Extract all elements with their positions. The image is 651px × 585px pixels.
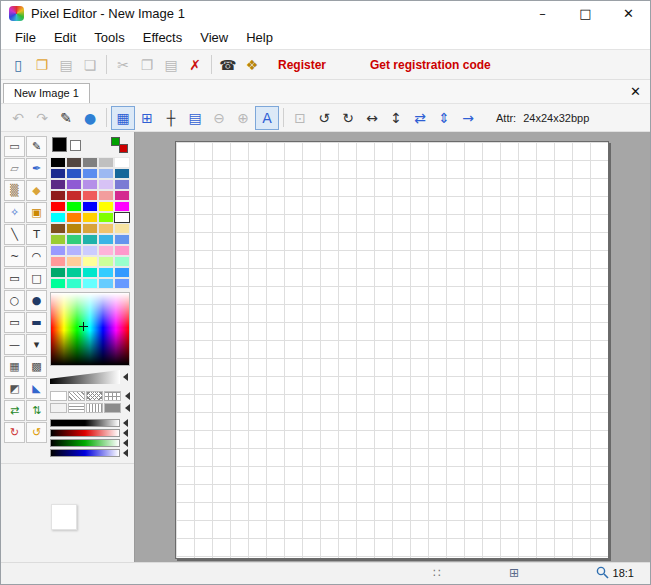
text-tool[interactable]: T [26, 224, 47, 245]
pencil-tool[interactable]: ✎ [26, 136, 47, 157]
palette-swatch[interactable] [82, 190, 98, 201]
menu-edit[interactable]: Edit [45, 27, 85, 48]
pattern-arrow-icon[interactable] [125, 404, 130, 412]
default-colors-button[interactable] [111, 137, 128, 153]
pattern-dots[interactable] [50, 403, 67, 413]
palette-swatch[interactable] [50, 267, 66, 278]
brightness-arrow-icon[interactable] [123, 373, 128, 381]
stamp-tool[interactable]: ▣ [26, 202, 47, 223]
corner-gradient-tool[interactable]: ◣ [26, 378, 47, 399]
brush-tool[interactable]: ▒ [4, 180, 25, 201]
red-ramp[interactable] [50, 429, 120, 437]
maximize-button[interactable]: □ [564, 1, 607, 25]
black-ramp[interactable] [50, 419, 120, 427]
palette-swatch[interactable] [50, 234, 66, 245]
palette-swatch[interactable] [114, 223, 130, 234]
open-button[interactable]: ❐ [30, 53, 54, 77]
blue-ramp[interactable] [50, 449, 120, 457]
flip-vertical-button[interactable]: ↕ [384, 106, 408, 130]
brightness-slider[interactable] [50, 370, 120, 384]
palette-swatch[interactable] [66, 212, 82, 223]
palette-swatch[interactable] [82, 234, 98, 245]
palette-swatch[interactable] [98, 168, 114, 179]
palette-swatch[interactable] [50, 157, 66, 168]
rectangle-tool[interactable]: ▭ [4, 268, 25, 289]
rotate-right-tool-tool[interactable]: ↻ [4, 422, 25, 443]
zoom-actual-button[interactable]: A [255, 106, 279, 130]
line-tool[interactable]: ╲ [4, 224, 25, 245]
palette-swatch[interactable] [82, 256, 98, 267]
palette-swatch[interactable] [98, 157, 114, 168]
palette-swatch[interactable] [50, 212, 66, 223]
filled-ellipse-tool[interactable]: ● [26, 290, 47, 311]
palette-swatch[interactable] [114, 201, 130, 212]
close-button[interactable]: ✕ [607, 1, 650, 25]
palette-swatch[interactable] [114, 190, 130, 201]
palette-swatch[interactable] [50, 168, 66, 179]
pattern-arrow-icon[interactable] [125, 392, 130, 400]
palette-swatch[interactable] [82, 212, 98, 223]
flip-vertical-tool-tool[interactable]: ⇅ [26, 400, 47, 421]
menu-view[interactable]: View [191, 27, 237, 48]
arc-tool[interactable]: ◠ [26, 246, 47, 267]
minimize-button[interactable]: – [521, 1, 564, 25]
palette-swatch[interactable] [50, 223, 66, 234]
tab-new-image-1[interactable]: New Image 1 [3, 83, 90, 103]
palette-swatch[interactable] [114, 278, 130, 289]
palette-swatch[interactable] [66, 168, 82, 179]
palette-swatch[interactable] [114, 179, 130, 190]
line-style-tool[interactable]: ▾ [26, 334, 47, 355]
palette-swatch[interactable] [98, 212, 114, 223]
pattern-vlines[interactable] [86, 403, 103, 413]
foreground-color-swatch[interactable] [52, 137, 67, 152]
color-picker-button[interactable]: ✎ [54, 106, 78, 130]
palette-swatch[interactable] [66, 157, 82, 168]
menu-file[interactable]: File [6, 27, 45, 48]
register-link[interactable]: Register [278, 58, 326, 72]
show-grid-button[interactable]: ▦ [111, 106, 135, 130]
palette-swatch[interactable] [50, 278, 66, 289]
register-phone-button[interactable]: ☎ [216, 53, 240, 77]
palette-swatch[interactable] [98, 201, 114, 212]
palette-swatch[interactable] [66, 190, 82, 201]
pattern-blank[interactable] [50, 391, 67, 401]
rotate-right-button[interactable]: ↻ [336, 106, 360, 130]
palette-swatch[interactable] [82, 267, 98, 278]
curve-tool[interactable]: ~ [4, 246, 25, 267]
palette-swatch[interactable] [114, 256, 130, 267]
rotate-left-button[interactable]: ↺ [312, 106, 336, 130]
red-ramp-arrow-icon[interactable] [123, 429, 128, 437]
fill-bucket-tool[interactable]: ◆ [26, 180, 47, 201]
palette-swatch[interactable] [114, 168, 130, 179]
pattern-diag[interactable] [68, 391, 85, 401]
menu-tools[interactable]: Tools [85, 27, 133, 48]
palette-swatch[interactable] [82, 223, 98, 234]
palette-swatch[interactable] [114, 267, 130, 278]
palette-swatch[interactable] [82, 201, 98, 212]
green-ramp-arrow-icon[interactable] [123, 439, 128, 447]
palette-swatch[interactable] [66, 245, 82, 256]
palette-swatch[interactable] [114, 157, 130, 168]
palette-swatch[interactable] [66, 267, 82, 278]
rect-select-tool[interactable]: ▭ [4, 136, 25, 157]
black-ramp-arrow-icon[interactable] [123, 419, 128, 427]
delete-button[interactable]: ✗ [183, 53, 207, 77]
palette-swatch[interactable] [82, 168, 98, 179]
background-color-swatch[interactable] [70, 140, 81, 151]
palette-swatch[interactable] [82, 245, 98, 256]
center-lines-button[interactable]: ┼ [159, 106, 183, 130]
palette-swatch[interactable] [114, 245, 130, 256]
menu-help[interactable]: Help [237, 27, 282, 48]
rotate-left-tool-tool[interactable]: ↺ [26, 422, 47, 443]
palette-swatch[interactable] [98, 267, 114, 278]
palette-swatch[interactable] [98, 256, 114, 267]
palette-swatch[interactable] [82, 179, 98, 190]
marker-tool[interactable]: ✒ [26, 158, 47, 179]
resize-vertical-button[interactable]: ⇕ [432, 106, 456, 130]
gradient-fill-tool[interactable]: ◩ [4, 378, 25, 399]
pattern-dark[interactable] [104, 403, 121, 413]
new-image-button[interactable]: ▯ [6, 53, 30, 77]
eraser-tool[interactable]: ▱ [4, 158, 25, 179]
get-registration-code-link[interactable]: Get registration code [370, 58, 491, 72]
palette-swatch[interactable] [82, 157, 98, 168]
